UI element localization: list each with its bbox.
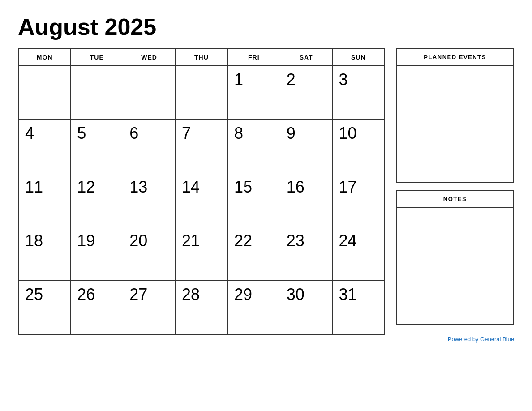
calendar-day-cell bbox=[123, 66, 176, 120]
calendar-section: MON TUE WED THU FRI SAT SUN 123456789101… bbox=[18, 48, 385, 335]
main-layout: MON TUE WED THU FRI SAT SUN 123456789101… bbox=[18, 48, 514, 342]
calendar-day-cell: 29 bbox=[227, 281, 280, 334]
notes-box: NOTES bbox=[396, 190, 514, 325]
calendar-day-cell: 20 bbox=[123, 227, 176, 281]
calendar-day-cell: 28 bbox=[176, 281, 228, 334]
calendar-day-cell: 13 bbox=[123, 173, 176, 227]
calendar-day-cell bbox=[71, 66, 123, 120]
calendar-day-cell: 14 bbox=[176, 173, 228, 227]
calendar-day-cell: 21 bbox=[176, 227, 228, 281]
calendar-day-cell: 7 bbox=[176, 120, 228, 173]
calendar-body: 1234567891011121314151617181920212223242… bbox=[18, 66, 385, 334]
calendar-day-cell: 2 bbox=[280, 66, 332, 120]
calendar-day-cell: 15 bbox=[227, 173, 280, 227]
calendar-day-cell: 5 bbox=[71, 120, 123, 173]
calendar-day-cell bbox=[18, 66, 71, 120]
calendar-day-cell: 30 bbox=[280, 281, 332, 334]
header-sat: SAT bbox=[280, 49, 332, 66]
calendar-week-row: 45678910 bbox=[18, 120, 385, 173]
calendar-day-cell: 31 bbox=[332, 281, 385, 334]
header-tue: TUE bbox=[71, 49, 123, 66]
page-title: August 2025 bbox=[18, 13, 514, 40]
calendar-day-cell: 1 bbox=[227, 66, 280, 120]
calendar-day-cell: 3 bbox=[332, 66, 385, 120]
calendar-day-cell: 6 bbox=[123, 120, 176, 173]
powered-by: Powered by General Blue bbox=[396, 336, 514, 342]
calendar-day-cell: 8 bbox=[227, 120, 280, 173]
header-thu: THU bbox=[176, 49, 228, 66]
calendar-day-cell: 22 bbox=[227, 227, 280, 281]
calendar-day-cell: 9 bbox=[280, 120, 332, 173]
calendar-day-cell: 27 bbox=[123, 281, 176, 334]
calendar-day-cell: 10 bbox=[332, 120, 385, 173]
calendar-week-row: 25262728293031 bbox=[18, 281, 385, 334]
planned-events-box: PLANNED EVENTS bbox=[396, 48, 514, 183]
header-sun: SUN bbox=[332, 49, 385, 66]
sidebar-section: PLANNED EVENTS NOTES Powered by General … bbox=[396, 48, 514, 342]
header-fri: FRI bbox=[227, 49, 280, 66]
calendar-day-cell bbox=[176, 66, 228, 120]
calendar-week-row: 18192021222324 bbox=[18, 227, 385, 281]
calendar-day-cell: 12 bbox=[71, 173, 123, 227]
calendar-week-row: 11121314151617 bbox=[18, 173, 385, 227]
calendar-day-cell: 26 bbox=[71, 281, 123, 334]
calendar-day-cell: 24 bbox=[332, 227, 385, 281]
calendar-day-cell: 18 bbox=[18, 227, 71, 281]
calendar-day-cell: 11 bbox=[18, 173, 71, 227]
calendar-day-cell: 19 bbox=[71, 227, 123, 281]
planned-events-header: PLANNED EVENTS bbox=[397, 49, 513, 66]
calendar-week-row: 123 bbox=[18, 66, 385, 120]
header-wed: WED bbox=[123, 49, 176, 66]
calendar-day-cell: 4 bbox=[18, 120, 71, 173]
notes-body bbox=[397, 208, 513, 324]
calendar-day-cell: 23 bbox=[280, 227, 332, 281]
planned-events-body bbox=[397, 66, 513, 182]
calendar-table: MON TUE WED THU FRI SAT SUN 123456789101… bbox=[18, 48, 385, 335]
calendar-day-cell: 25 bbox=[18, 281, 71, 334]
calendar-day-cell: 16 bbox=[280, 173, 332, 227]
powered-by-link[interactable]: Powered by General Blue bbox=[448, 336, 514, 342]
calendar-day-cell: 17 bbox=[332, 173, 385, 227]
header-mon: MON bbox=[18, 49, 71, 66]
notes-header: NOTES bbox=[397, 191, 513, 208]
calendar-header-row: MON TUE WED THU FRI SAT SUN bbox=[18, 49, 385, 66]
